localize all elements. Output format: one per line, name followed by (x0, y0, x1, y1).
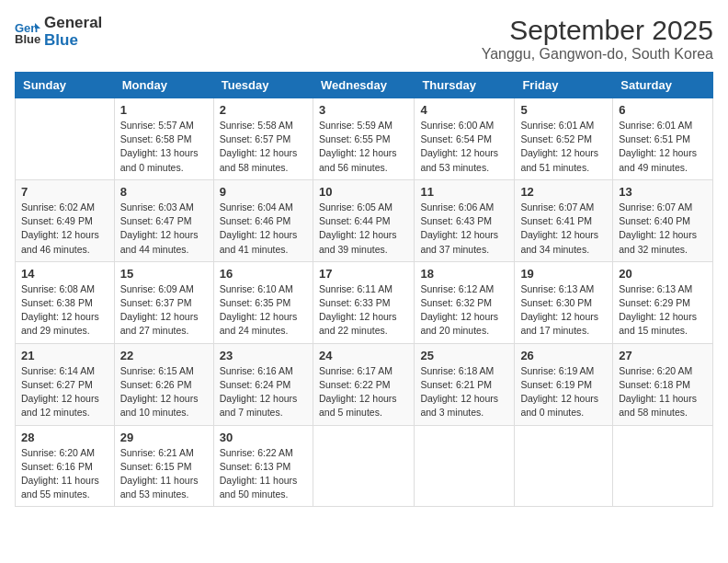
page-header: Gen Blue General Blue September 2025 Yan… (15, 15, 713, 63)
day-number: 22 (120, 349, 208, 362)
weekday-header: Wednesday (313, 73, 414, 98)
calendar-cell: 13Sunrise: 6:07 AM Sunset: 6:40 PM Dayli… (613, 179, 713, 261)
day-info: Sunrise: 6:08 AM Sunset: 6:38 PM Dayligh… (21, 282, 108, 339)
weekday-header: Saturday (613, 73, 713, 98)
logo-line1: General (44, 15, 102, 32)
calendar-cell: 7Sunrise: 6:02 AM Sunset: 6:49 PM Daylig… (16, 179, 115, 261)
day-info: Sunrise: 6:09 AM Sunset: 6:37 PM Dayligh… (120, 282, 208, 339)
day-number: 9 (220, 185, 307, 199)
calendar-cell: 25Sunrise: 6:18 AM Sunset: 6:21 PM Dayli… (415, 343, 515, 425)
day-number: 18 (420, 267, 508, 281)
calendar-cell (16, 98, 115, 180)
day-info: Sunrise: 5:59 AM Sunset: 6:55 PM Dayligh… (319, 119, 408, 175)
day-info: Sunrise: 6:04 AM Sunset: 6:46 PM Dayligh… (220, 201, 307, 257)
day-number: 30 (220, 431, 307, 444)
calendar-cell (613, 425, 713, 507)
calendar-cell: 20Sunrise: 6:13 AM Sunset: 6:29 PM Dayli… (613, 261, 713, 343)
day-info: Sunrise: 6:13 AM Sunset: 6:29 PM Dayligh… (619, 282, 707, 339)
weekday-header-row: SundayMondayTuesdayWednesdayThursdayFrid… (16, 73, 713, 98)
day-info: Sunrise: 6:22 AM Sunset: 6:13 PM Dayligh… (220, 446, 307, 502)
calendar-cell: 29Sunrise: 6:21 AM Sunset: 6:15 PM Dayli… (114, 425, 213, 507)
calendar-cell: 21Sunrise: 6:14 AM Sunset: 6:27 PM Dayli… (16, 343, 115, 425)
day-info: Sunrise: 6:13 AM Sunset: 6:30 PM Dayligh… (520, 282, 607, 339)
day-number: 27 (619, 349, 707, 362)
svg-text:Blue: Blue (15, 32, 40, 45)
day-number: 24 (319, 349, 408, 362)
day-info: Sunrise: 6:06 AM Sunset: 6:43 PM Dayligh… (420, 201, 508, 257)
logo: Gen Blue General Blue (15, 15, 102, 49)
day-number: 3 (319, 103, 408, 117)
calendar-cell: 10Sunrise: 6:05 AM Sunset: 6:44 PM Dayli… (313, 179, 414, 261)
day-number: 20 (619, 267, 707, 281)
calendar-cell: 1Sunrise: 5:57 AM Sunset: 6:58 PM Daylig… (114, 98, 213, 180)
calendar-cell (313, 425, 414, 507)
calendar-cell: 30Sunrise: 6:22 AM Sunset: 6:13 PM Dayli… (213, 425, 313, 507)
day-info: Sunrise: 6:01 AM Sunset: 6:52 PM Dayligh… (520, 119, 607, 175)
day-info: Sunrise: 6:20 AM Sunset: 6:18 PM Dayligh… (619, 364, 707, 420)
day-number: 16 (220, 267, 307, 281)
day-number: 13 (619, 185, 707, 199)
calendar-cell: 11Sunrise: 6:06 AM Sunset: 6:43 PM Dayli… (415, 179, 515, 261)
day-info: Sunrise: 6:14 AM Sunset: 6:27 PM Dayligh… (21, 364, 108, 420)
day-info: Sunrise: 6:21 AM Sunset: 6:15 PM Dayligh… (120, 446, 208, 502)
day-info: Sunrise: 6:12 AM Sunset: 6:32 PM Dayligh… (420, 282, 508, 339)
calendar-cell: 5Sunrise: 6:01 AM Sunset: 6:52 PM Daylig… (515, 98, 613, 180)
day-number: 6 (619, 103, 707, 117)
day-info: Sunrise: 5:58 AM Sunset: 6:57 PM Dayligh… (220, 119, 307, 175)
calendar-cell: 23Sunrise: 6:16 AM Sunset: 6:24 PM Dayli… (213, 343, 313, 425)
day-number: 2 (220, 103, 307, 117)
calendar-cell: 18Sunrise: 6:12 AM Sunset: 6:32 PM Dayli… (415, 261, 515, 343)
day-info: Sunrise: 6:00 AM Sunset: 6:54 PM Dayligh… (420, 119, 508, 175)
day-number: 7 (21, 185, 108, 199)
calendar-cell: 28Sunrise: 6:20 AM Sunset: 6:16 PM Dayli… (16, 425, 115, 507)
day-number: 17 (319, 267, 408, 281)
calendar-table: SundayMondayTuesdayWednesdayThursdayFrid… (15, 72, 713, 507)
day-info: Sunrise: 6:02 AM Sunset: 6:49 PM Dayligh… (21, 201, 108, 257)
day-number: 4 (420, 103, 508, 117)
day-number: 26 (520, 349, 607, 362)
calendar-cell: 6Sunrise: 6:01 AM Sunset: 6:51 PM Daylig… (613, 98, 713, 180)
day-number: 19 (520, 267, 607, 281)
day-info: Sunrise: 6:07 AM Sunset: 6:40 PM Dayligh… (619, 201, 707, 257)
weekday-header: Friday (515, 73, 613, 98)
calendar-cell: 16Sunrise: 6:10 AM Sunset: 6:35 PM Dayli… (213, 261, 313, 343)
logo-icon: Gen Blue (15, 19, 40, 45)
calendar-cell (515, 425, 613, 507)
day-info: Sunrise: 6:03 AM Sunset: 6:47 PM Dayligh… (120, 201, 208, 257)
calendar-cell: 3Sunrise: 5:59 AM Sunset: 6:55 PM Daylig… (313, 98, 414, 180)
calendar-cell: 19Sunrise: 6:13 AM Sunset: 6:30 PM Dayli… (515, 261, 613, 343)
day-number: 12 (520, 185, 607, 199)
weekday-header: Sunday (16, 73, 115, 98)
day-info: Sunrise: 6:17 AM Sunset: 6:22 PM Dayligh… (319, 364, 408, 420)
weekday-header: Monday (114, 73, 213, 98)
day-number: 10 (319, 185, 408, 199)
day-number: 29 (120, 431, 208, 444)
calendar-week-row: 7Sunrise: 6:02 AM Sunset: 6:49 PM Daylig… (16, 179, 713, 261)
day-number: 25 (420, 349, 508, 362)
weekday-header: Thursday (415, 73, 515, 98)
day-info: Sunrise: 6:15 AM Sunset: 6:26 PM Dayligh… (120, 364, 208, 420)
calendar-cell: 15Sunrise: 6:09 AM Sunset: 6:37 PM Dayli… (114, 261, 213, 343)
day-number: 14 (21, 267, 108, 281)
calendar-cell: 8Sunrise: 6:03 AM Sunset: 6:47 PM Daylig… (114, 179, 213, 261)
calendar-cell: 2Sunrise: 5:58 AM Sunset: 6:57 PM Daylig… (213, 98, 313, 180)
page-subtitle: Yanggu, Gangwon-do, South Korea (482, 46, 713, 63)
day-number: 11 (420, 185, 508, 199)
day-info: Sunrise: 6:01 AM Sunset: 6:51 PM Dayligh… (619, 119, 707, 175)
day-info: Sunrise: 6:20 AM Sunset: 6:16 PM Dayligh… (21, 446, 108, 502)
weekday-header: Tuesday (213, 73, 313, 98)
calendar-cell: 4Sunrise: 6:00 AM Sunset: 6:54 PM Daylig… (415, 98, 515, 180)
day-info: Sunrise: 6:07 AM Sunset: 6:41 PM Dayligh… (520, 201, 607, 257)
logo-line2: Blue (44, 32, 102, 50)
day-number: 5 (520, 103, 607, 117)
calendar-cell: 17Sunrise: 6:11 AM Sunset: 6:33 PM Dayli… (313, 261, 414, 343)
calendar-week-row: 1Sunrise: 5:57 AM Sunset: 6:58 PM Daylig… (16, 98, 713, 180)
calendar-cell: 22Sunrise: 6:15 AM Sunset: 6:26 PM Dayli… (114, 343, 213, 425)
day-info: Sunrise: 6:18 AM Sunset: 6:21 PM Dayligh… (420, 364, 508, 420)
day-number: 15 (120, 267, 208, 281)
day-number: 8 (120, 185, 208, 199)
title-block: September 2025 Yanggu, Gangwon-do, South… (482, 15, 713, 63)
calendar-cell: 12Sunrise: 6:07 AM Sunset: 6:41 PM Dayli… (515, 179, 613, 261)
day-number: 28 (21, 431, 108, 444)
day-number: 23 (220, 349, 307, 362)
